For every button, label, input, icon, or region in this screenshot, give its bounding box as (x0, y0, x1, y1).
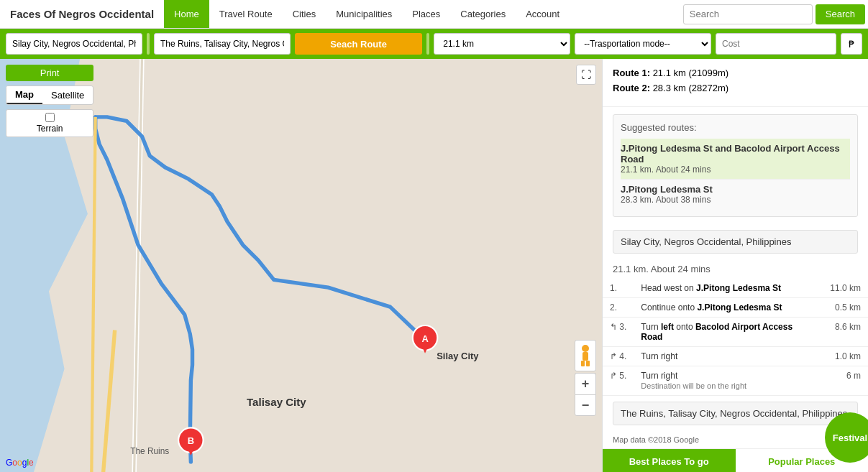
step-4: ↱ 4. Turn right 1.0 km (603, 347, 868, 366)
svg-text:Silay City: Silay City (437, 351, 479, 361)
zoom-controls: + − (575, 373, 596, 416)
bottom-buttons: Best Places To go Popular Places (603, 448, 868, 472)
nav-travel-route[interactable]: Travel Route (209, 0, 283, 28)
bottom-area: Best Places To go Popular Places Festiva… (603, 448, 868, 472)
suggested-route-2[interactable]: J.Pitong Ledesma St 28.3 km. About 38 mi… (621, 180, 850, 209)
step-5-desc: Turn rightDestination will be on the rig… (634, 366, 823, 396)
svg-rect-18 (581, 361, 585, 366)
transport-select[interactable]: --Trasportation mode-- (575, 33, 711, 55)
best-places-button[interactable]: Best Places To go (603, 449, 736, 472)
google-logo: Google (6, 458, 34, 468)
step-2: 2. Continue onto J.Pitong Ledesma St 0.5… (603, 298, 868, 318)
terrain-checkbox[interactable] (45, 113, 55, 122)
pegman-icon (579, 345, 592, 366)
step-3: ↰ 3. Turn left onto Bacolod Airport Acce… (603, 318, 868, 347)
turn-right-icon-4: ↱ (610, 351, 617, 361)
destination-location-box: The Ruins, Talisay City, Negros Occident… (613, 402, 858, 425)
cost-input[interactable] (716, 33, 836, 55)
map-type-toggle: Map Satellite (6, 85, 93, 105)
nav-categories[interactable]: Categories (450, 0, 516, 28)
origin-location-box: Silay City, Negros Occidental, Philippin… (613, 230, 858, 254)
turn-right-icon-5: ↱ (610, 371, 617, 381)
route2-label: Route 2: (613, 83, 650, 93)
step-3-desc: Turn left onto Bacolod Airport Access Ro… (634, 318, 823, 347)
route1-distance: 21.1 km (21099m) (653, 68, 729, 78)
route2-distance: 28.3 km (28272m) (653, 83, 729, 93)
terrain-toggle[interactable]: Terrain (6, 109, 93, 137)
step-3-num: ↰ 3. (603, 318, 634, 347)
step-2-desc: Continue onto J.Pitong Ledesma St (634, 298, 823, 318)
nav-places[interactable]: Places (402, 0, 450, 28)
header: Faces Of Negros Occidental Home Travel R… (0, 0, 868, 29)
step-4-num: ↱ 4. (603, 347, 634, 366)
fullscreen-icon: ⛶ (581, 69, 591, 80)
search-input[interactable] (683, 4, 813, 24)
directions-table: 1. Head west on J.Pitong Ledesma St 11.0… (603, 279, 868, 396)
origin-input[interactable] (6, 33, 142, 55)
currency-button[interactable]: ₱ (841, 33, 862, 55)
route1-summary: Route 1: 21.1 km (21099m) (613, 68, 858, 78)
search-button[interactable]: Search (816, 4, 865, 24)
destination-input[interactable] (154, 33, 291, 55)
suggested-route-2-name: J.Pitong Ledesma St (621, 184, 850, 195)
suggested-route-1-desc: 21.1 km. About 24 mins (621, 165, 850, 175)
svg-text:B: B (188, 435, 194, 446)
routes-summary: Route 1: 21.1 km (21099m) Route 2: 28.3 … (603, 59, 868, 107)
step-2-dist: 0.5 km (823, 298, 868, 318)
fullscreen-button[interactable]: ⛶ (576, 65, 596, 85)
separator (147, 33, 150, 55)
site-logo: Faces Of Negros Occidental (0, 8, 164, 20)
search-area: Search (683, 4, 868, 24)
nav-account[interactable]: Account (516, 0, 570, 28)
pegman-button[interactable] (575, 340, 596, 371)
route2-summary: Route 2: 28.3 km (28272m) (613, 83, 858, 93)
svg-text:A: A (421, 333, 428, 344)
suggested-route-1-name: J.Pitong Ledesma St and Bacolod Airport … (621, 143, 850, 165)
map-area: Talisay City Bacolod The Ruins A Silay C… (0, 59, 602, 472)
separator2 (426, 33, 429, 55)
print-button[interactable]: Print (6, 65, 93, 81)
zoom-out-button[interactable]: − (575, 394, 596, 416)
step-2-num: 2. (603, 298, 634, 318)
zoom-in-button[interactable]: + (575, 373, 596, 394)
svg-text:The Ruins: The Ruins (130, 446, 169, 456)
suggested-routes-box: Suggested routes: J.Pitong Ledesma St an… (613, 114, 858, 217)
nav-cities[interactable]: Cities (283, 0, 326, 28)
turn-left-icon: ↰ (610, 322, 617, 332)
step-1-dist: 11.0 km (823, 279, 868, 298)
suggested-title: Suggested routes: (621, 122, 850, 133)
step-5: ↱ 5. Turn rightDestination will be on th… (603, 366, 868, 396)
svg-point-16 (582, 345, 589, 352)
right-panel: Route 1: 21.1 km (21099m) Route 2: 28.3 … (602, 59, 868, 472)
svg-text:Talisay City: Talisay City (247, 396, 306, 408)
step-5-dist: 6 m (823, 366, 868, 396)
directions-header: 21.1 km. About 24 mins (603, 259, 868, 279)
step-4-desc: Turn right (634, 347, 823, 366)
route-bar: Seach Route 21.1 km --Trasportation mode… (0, 29, 868, 59)
main-content: Talisay City Bacolod The Ruins A Silay C… (0, 59, 868, 472)
map-controls: Print Map Satellite Terrain (6, 65, 93, 137)
nav-home[interactable]: Home (164, 0, 209, 28)
step-3-dist: 8.6 km (823, 318, 868, 347)
suggested-route-1[interactable]: J.Pitong Ledesma St and Bacolod Airport … (621, 139, 850, 180)
terrain-label: Terrain (37, 124, 63, 134)
map-type-satellite-button[interactable]: Satellite (42, 86, 93, 104)
svg-rect-17 (583, 352, 588, 361)
svg-rect-19 (586, 361, 590, 366)
step-1: 1. Head west on J.Pitong Ledesma St 11.0… (603, 279, 868, 298)
search-route-button[interactable]: Seach Route (295, 33, 423, 55)
nav-municipalities[interactable]: Municipalities (326, 0, 402, 28)
step-1-desc: Head west on J.Pitong Ledesma St (634, 279, 823, 298)
step-1-num: 1. (603, 279, 634, 298)
distance-select[interactable]: 21.1 km (434, 33, 570, 55)
suggested-route-2-desc: 28.3 km. About 38 mins (621, 195, 850, 205)
route1-label: Route 1: (613, 68, 650, 78)
step-5-num: ↱ 5. (603, 366, 634, 396)
map-type-map-button[interactable]: Map (6, 86, 42, 104)
step-4-dist: 1.0 km (823, 347, 868, 366)
main-nav: Home Travel Route Cities Municipalities … (164, 0, 570, 28)
